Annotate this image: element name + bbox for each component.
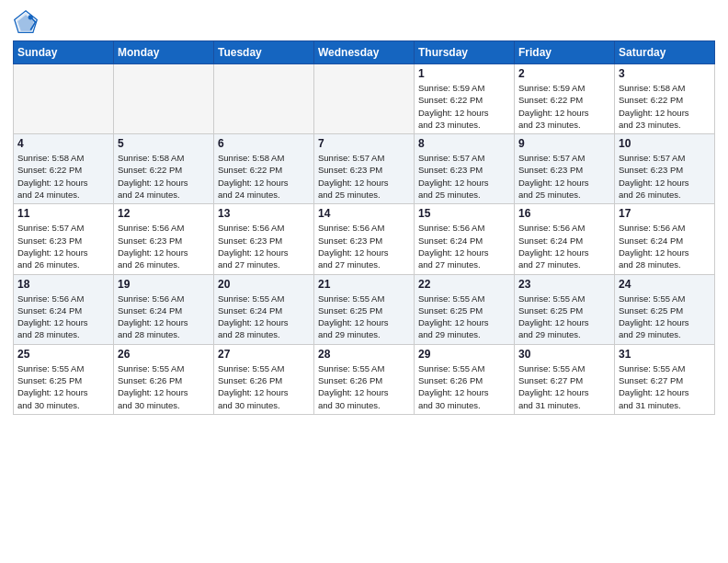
calendar-cell: 2Sunrise: 5:59 AMSunset: 6:22 PMDaylight…: [515, 64, 615, 134]
day-info: Sunrise: 5:56 AMSunset: 6:24 PMDaylight:…: [418, 222, 510, 270]
page: SundayMondayTuesdayWednesdayThursdayFrid…: [0, 0, 728, 563]
calendar-cell: [14, 64, 114, 134]
day-number: 4: [17, 137, 109, 150]
day-info: Sunrise: 5:55 AMSunset: 6:25 PMDaylight:…: [619, 293, 711, 341]
calendar-cell: 16Sunrise: 5:56 AMSunset: 6:24 PMDayligh…: [515, 204, 615, 274]
calendar-cell: [114, 64, 214, 134]
day-number: 18: [17, 278, 109, 291]
calendar-cell: 19Sunrise: 5:56 AMSunset: 6:24 PMDayligh…: [114, 274, 214, 344]
calendar: SundayMondayTuesdayWednesdayThursdayFrid…: [13, 40, 715, 415]
day-number: 30: [518, 348, 610, 361]
day-info: Sunrise: 5:55 AMSunset: 6:24 PMDaylight:…: [218, 293, 310, 341]
header: [13, 9, 715, 35]
calendar-cell: [314, 64, 415, 134]
day-info: Sunrise: 5:55 AMSunset: 6:27 PMDaylight:…: [518, 362, 610, 411]
day-number: 14: [318, 207, 410, 220]
day-info: Sunrise: 5:55 AMSunset: 6:25 PMDaylight:…: [418, 293, 510, 341]
day-info: Sunrise: 5:57 AMSunset: 6:23 PMDaylight:…: [17, 222, 109, 270]
logo: [13, 9, 42, 35]
calendar-cell: 27Sunrise: 5:55 AMSunset: 6:26 PMDayligh…: [214, 344, 314, 414]
calendar-cell: 24Sunrise: 5:55 AMSunset: 6:25 PMDayligh…: [615, 274, 715, 344]
day-number: 2: [518, 67, 610, 80]
calendar-cell: 6Sunrise: 5:58 AMSunset: 6:22 PMDaylight…: [214, 134, 314, 204]
day-info: Sunrise: 5:56 AMSunset: 6:24 PMDaylight:…: [17, 293, 109, 341]
calendar-cell: 23Sunrise: 5:55 AMSunset: 6:25 PMDayligh…: [515, 274, 615, 344]
day-info: Sunrise: 5:58 AMSunset: 6:22 PMDaylight:…: [118, 152, 210, 201]
day-info: Sunrise: 5:56 AMSunset: 6:23 PMDaylight:…: [218, 222, 310, 270]
week-row-5: 25Sunrise: 5:55 AMSunset: 6:25 PMDayligh…: [14, 344, 715, 414]
calendar-cell: 1Sunrise: 5:59 AMSunset: 6:22 PMDaylight…: [415, 64, 515, 134]
day-number: 21: [318, 278, 410, 291]
day-number: 17: [619, 207, 711, 220]
day-info: Sunrise: 5:55 AMSunset: 6:26 PMDaylight:…: [318, 362, 410, 411]
day-info: Sunrise: 5:59 AMSunset: 6:22 PMDaylight:…: [518, 82, 610, 131]
calendar-cell: 11Sunrise: 5:57 AMSunset: 6:23 PMDayligh…: [14, 204, 114, 274]
calendar-cell: 15Sunrise: 5:56 AMSunset: 6:24 PMDayligh…: [415, 204, 515, 274]
day-number: 25: [17, 348, 109, 361]
day-number: 11: [17, 207, 109, 220]
day-info: Sunrise: 5:56 AMSunset: 6:24 PMDaylight:…: [619, 222, 711, 270]
day-number: 29: [418, 348, 510, 361]
calendar-cell: 31Sunrise: 5:55 AMSunset: 6:27 PMDayligh…: [615, 344, 715, 414]
day-info: Sunrise: 5:57 AMSunset: 6:23 PMDaylight:…: [518, 152, 610, 201]
day-number: 8: [418, 137, 510, 150]
weekday-monday: Monday: [114, 41, 214, 64]
calendar-cell: 17Sunrise: 5:56 AMSunset: 6:24 PMDayligh…: [615, 204, 715, 274]
day-number: 13: [218, 207, 310, 220]
calendar-cell: 12Sunrise: 5:56 AMSunset: 6:23 PMDayligh…: [114, 204, 214, 274]
weekday-thursday: Thursday: [415, 41, 515, 64]
day-info: Sunrise: 5:55 AMSunset: 6:25 PMDaylight:…: [17, 362, 109, 411]
day-info: Sunrise: 5:55 AMSunset: 6:25 PMDaylight:…: [518, 293, 610, 341]
weekday-sunday: Sunday: [14, 41, 114, 64]
day-number: 7: [318, 137, 410, 150]
day-info: Sunrise: 5:56 AMSunset: 6:23 PMDaylight:…: [118, 222, 210, 270]
calendar-cell: 25Sunrise: 5:55 AMSunset: 6:25 PMDayligh…: [14, 344, 114, 414]
day-number: 19: [118, 278, 210, 291]
calendar-cell: 30Sunrise: 5:55 AMSunset: 6:27 PMDayligh…: [515, 344, 615, 414]
day-number: 23: [518, 278, 610, 291]
calendar-cell: 8Sunrise: 5:57 AMSunset: 6:23 PMDaylight…: [415, 134, 515, 204]
logo-icon: [13, 9, 39, 35]
day-info: Sunrise: 5:58 AMSunset: 6:22 PMDaylight:…: [619, 82, 711, 131]
calendar-cell: 7Sunrise: 5:57 AMSunset: 6:23 PMDaylight…: [314, 134, 415, 204]
weekday-wednesday: Wednesday: [314, 41, 415, 64]
day-number: 5: [118, 137, 210, 150]
day-info: Sunrise: 5:57 AMSunset: 6:23 PMDaylight:…: [418, 152, 510, 201]
weekday-header-row: SundayMondayTuesdayWednesdayThursdayFrid…: [14, 41, 715, 64]
week-row-4: 18Sunrise: 5:56 AMSunset: 6:24 PMDayligh…: [14, 274, 715, 344]
day-number: 15: [418, 207, 510, 220]
day-info: Sunrise: 5:58 AMSunset: 6:22 PMDaylight:…: [17, 152, 109, 201]
day-info: Sunrise: 5:55 AMSunset: 6:25 PMDaylight:…: [318, 293, 410, 341]
day-number: 22: [418, 278, 510, 291]
calendar-cell: 13Sunrise: 5:56 AMSunset: 6:23 PMDayligh…: [214, 204, 314, 274]
day-info: Sunrise: 5:56 AMSunset: 6:24 PMDaylight:…: [118, 293, 210, 341]
calendar-cell: 4Sunrise: 5:58 AMSunset: 6:22 PMDaylight…: [14, 134, 114, 204]
day-info: Sunrise: 5:58 AMSunset: 6:22 PMDaylight:…: [218, 152, 310, 201]
week-row-1: 1Sunrise: 5:59 AMSunset: 6:22 PMDaylight…: [14, 64, 715, 134]
day-number: 1: [418, 67, 510, 80]
day-number: 28: [318, 348, 410, 361]
calendar-cell: 9Sunrise: 5:57 AMSunset: 6:23 PMDaylight…: [515, 134, 615, 204]
day-info: Sunrise: 5:55 AMSunset: 6:26 PMDaylight:…: [418, 362, 510, 411]
calendar-cell: 5Sunrise: 5:58 AMSunset: 6:22 PMDaylight…: [114, 134, 214, 204]
day-info: Sunrise: 5:55 AMSunset: 6:27 PMDaylight:…: [619, 362, 711, 411]
calendar-cell: 22Sunrise: 5:55 AMSunset: 6:25 PMDayligh…: [415, 274, 515, 344]
day-info: Sunrise: 5:57 AMSunset: 6:23 PMDaylight:…: [318, 152, 410, 201]
weekday-tuesday: Tuesday: [214, 41, 314, 64]
calendar-cell: 18Sunrise: 5:56 AMSunset: 6:24 PMDayligh…: [14, 274, 114, 344]
day-number: 24: [619, 278, 711, 291]
day-number: 16: [518, 207, 610, 220]
day-info: Sunrise: 5:59 AMSunset: 6:22 PMDaylight:…: [418, 82, 510, 131]
calendar-cell: [214, 64, 314, 134]
week-row-3: 11Sunrise: 5:57 AMSunset: 6:23 PMDayligh…: [14, 204, 715, 274]
calendar-cell: 20Sunrise: 5:55 AMSunset: 6:24 PMDayligh…: [214, 274, 314, 344]
calendar-cell: 3Sunrise: 5:58 AMSunset: 6:22 PMDaylight…: [615, 64, 715, 134]
day-number: 31: [619, 348, 711, 361]
calendar-cell: 28Sunrise: 5:55 AMSunset: 6:26 PMDayligh…: [314, 344, 415, 414]
svg-point-3: [28, 15, 33, 19]
weekday-saturday: Saturday: [615, 41, 715, 64]
day-number: 26: [118, 348, 210, 361]
day-info: Sunrise: 5:55 AMSunset: 6:26 PMDaylight:…: [218, 362, 310, 411]
day-info: Sunrise: 5:56 AMSunset: 6:24 PMDaylight:…: [518, 222, 610, 270]
weekday-friday: Friday: [515, 41, 615, 64]
